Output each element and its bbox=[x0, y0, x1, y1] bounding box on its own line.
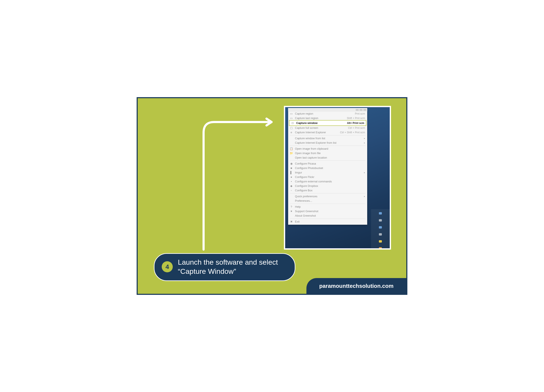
menu-item[interactable]: ▭Capture last regionShift + Prnt scrn bbox=[288, 116, 367, 120]
blank-icon bbox=[290, 199, 293, 202]
fullscreen-icon: ▢ bbox=[290, 126, 293, 130]
menu-item[interactable]: ◆Configure Dropbox bbox=[288, 184, 367, 188]
imgur-icon: ▌ bbox=[290, 171, 293, 174]
folder-icon: 📁 bbox=[290, 152, 293, 155]
tray-icon bbox=[379, 240, 382, 243]
menu-separator bbox=[290, 193, 366, 193]
menu-item[interactable]: ▌Imgur▸ bbox=[288, 170, 367, 175]
ie-icon: e bbox=[290, 131, 293, 134]
menu-item[interactable]: 📁Open image from file bbox=[288, 151, 367, 155]
menu-item-label: Quick preferences bbox=[295, 195, 362, 198]
picasa-icon: ◉ bbox=[290, 162, 293, 165]
blank-icon bbox=[290, 214, 293, 217]
pointer-arrow bbox=[199, 118, 280, 252]
menu-item[interactable]: About Greenshot bbox=[288, 214, 367, 218]
screenshot-frame: ▭Capture regionPrnt scrn▭Capture last re… bbox=[284, 106, 391, 249]
step-caption-text: Launch the software and select “Capture … bbox=[178, 258, 288, 276]
region-icon: ▭ bbox=[290, 112, 293, 115]
exit-icon: ✖ bbox=[290, 220, 293, 223]
window-icon: □ bbox=[291, 122, 294, 125]
menu-separator bbox=[290, 219, 366, 219]
chevron-right-icon: ▸ bbox=[364, 137, 365, 139]
chevron-right-icon: ▸ bbox=[364, 195, 365, 197]
menu-separator bbox=[290, 204, 366, 204]
menu-item-label: Imgur bbox=[295, 171, 362, 174]
tray-icon bbox=[379, 247, 382, 249]
blank-icon bbox=[290, 137, 293, 140]
menu-item[interactable]: ♥Support Greenshot bbox=[288, 209, 367, 214]
menu-item-label: Open last capture location bbox=[295, 156, 365, 159]
tutorial-slide: ▭Capture regionPrnt scrn▭Capture last re… bbox=[137, 97, 407, 295]
system-tray bbox=[371, 209, 390, 249]
menu-item[interactable]: ▭Capture regionPrnt scrn bbox=[288, 111, 367, 116]
menu-item-label: Open image from clipboard bbox=[295, 147, 365, 150]
menu-item[interactable]: ▫Configure Box bbox=[288, 188, 367, 193]
menu-item-label: Capture region bbox=[295, 112, 353, 115]
greenshot-context-menu: ▭Capture regionPrnt scrn▭Capture last re… bbox=[288, 108, 367, 225]
minimize-icon bbox=[356, 109, 359, 111]
menu-item[interactable]: ▪Configure external commands bbox=[288, 179, 367, 184]
menu-separator bbox=[290, 146, 366, 146]
menu-item[interactable]: Capture Internet Explorer from list▸ bbox=[288, 141, 367, 145]
menu-item-label: Help bbox=[295, 205, 365, 208]
box-icon: ▫ bbox=[290, 189, 293, 192]
menu-item-label: Support Greenshot bbox=[295, 210, 365, 213]
menu-item-label: Capture Internet Explorer from list bbox=[295, 141, 362, 144]
menu-item-shortcut: Ctrl + Prnt scrn bbox=[348, 126, 365, 130]
menu-item[interactable]: ●Configure Flickr bbox=[288, 175, 367, 179]
close-icon bbox=[363, 109, 366, 111]
menu-item-shortcut: Shift + Prnt scrn bbox=[347, 117, 365, 120]
menu-item-label: Capture window bbox=[296, 121, 345, 125]
menu-item-shortcut: Prnt scrn bbox=[355, 112, 365, 115]
region-icon: ▭ bbox=[290, 117, 293, 120]
menu-item-label: About Greenshot bbox=[295, 214, 365, 217]
tray-icon bbox=[379, 233, 382, 236]
menu-item[interactable]: ■Configure Photobucket bbox=[288, 166, 367, 170]
menu-item[interactable]: ?Help bbox=[288, 204, 367, 209]
menu-item[interactable]: ✖Exit bbox=[288, 219, 367, 224]
menu-item[interactable]: ◉Configure Picasa bbox=[288, 161, 367, 166]
menu-item-label: Preferences... bbox=[295, 199, 365, 202]
chevron-right-icon: ▸ bbox=[364, 171, 365, 174]
menu-item-label: Configure Flickr bbox=[295, 175, 365, 178]
dropbox-icon: ◆ bbox=[290, 184, 293, 188]
menu-item-label: Configure external commands bbox=[295, 180, 365, 183]
clipboard-icon: 📋 bbox=[290, 147, 293, 150]
support-icon: ♥ bbox=[290, 210, 293, 213]
terminal-icon: ▪ bbox=[290, 180, 293, 183]
menu-item-label: Configure Photobucket bbox=[295, 166, 365, 170]
chevron-right-icon: ▸ bbox=[364, 142, 365, 144]
flickr-icon: ● bbox=[290, 176, 293, 178]
menu-item-label: Capture last region bbox=[295, 117, 345, 120]
step-caption: 4 Launch the software and select “Captur… bbox=[154, 253, 295, 281]
menu-item-shortcut: Alt+ Print scm bbox=[347, 122, 364, 125]
menu-item[interactable]: Capture window from list▸ bbox=[288, 136, 367, 141]
help-icon: ? bbox=[290, 205, 293, 208]
menu-item-label: Exit bbox=[295, 220, 365, 223]
maximize-icon bbox=[360, 109, 362, 111]
menu-item-label: Open image from file bbox=[295, 152, 365, 155]
menu-item[interactable]: ▢Capture full screenCtrl + Prnt scrn bbox=[288, 126, 367, 130]
photobucket-icon: ■ bbox=[290, 167, 293, 170]
menu-item-label: Capture full screen bbox=[295, 126, 346, 130]
menu-titlebar bbox=[288, 108, 367, 111]
blank-icon bbox=[290, 156, 293, 159]
menu-item-label: Configure Dropbox bbox=[295, 184, 365, 188]
menu-item-label: Configure Picasa bbox=[295, 162, 365, 165]
tray-icon bbox=[379, 226, 382, 229]
footer-brand: paramounttechsolution.com bbox=[307, 278, 406, 294]
menu-item[interactable]: eCapture Internet ExplorerCtrl + Shift +… bbox=[288, 130, 367, 135]
tray-icon bbox=[379, 212, 382, 214]
menu-item-shortcut: Ctrl + Shift + Prnt scrn bbox=[340, 131, 365, 134]
tray-icon bbox=[379, 219, 382, 221]
menu-item[interactable]: 📋Open image from clipboard bbox=[288, 147, 367, 151]
menu-item[interactable]: □Capture windowAlt+ Print scm bbox=[289, 120, 366, 126]
menu-separator bbox=[290, 160, 366, 161]
menu-item-label: Capture Internet Explorer bbox=[295, 131, 338, 134]
menu-item[interactable]: Preferences... bbox=[288, 199, 367, 203]
menu-item[interactable]: Quick preferences▸ bbox=[288, 194, 367, 199]
menu-item-label: Capture window from list bbox=[295, 137, 362, 140]
blank-icon bbox=[290, 141, 293, 144]
menu-item[interactable]: Open last capture location bbox=[288, 155, 367, 160]
menu-item-label: Configure Box bbox=[295, 189, 365, 192]
